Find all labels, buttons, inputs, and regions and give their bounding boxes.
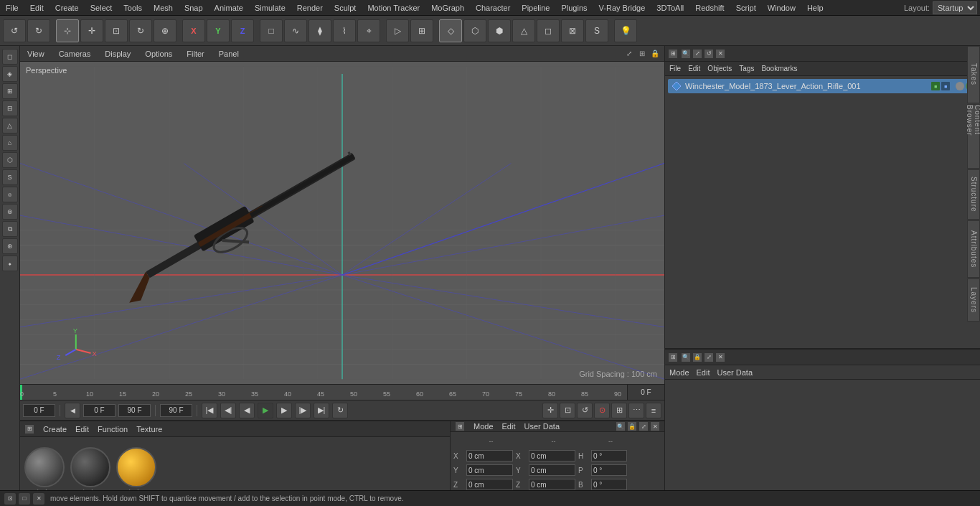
menu-plugins[interactable]: Plugins [555,2,593,14]
material-item-2[interactable]: Winche... [70,447,110,496]
material-item-1[interactable]: Winche... [24,447,65,496]
picture-viewer[interactable]: ⊞ [410,19,433,42]
attr-menu-mode[interactable]: Mode [473,422,494,431]
vp-menu-view[interactable]: View [24,48,47,60]
sidebar-btn-13[interactable]: ⬥ [2,256,18,271]
rotate-key-btn[interactable]: ↺ [577,403,593,418]
sidebar-btn-12[interactable]: ⊛ [2,238,18,254]
axis-z[interactable]: Z [231,19,254,42]
attr-search-icon[interactable]: 🔍 [616,421,626,431]
menu-vray[interactable]: V-Ray Bridge [593,2,651,14]
mat-menu-create[interactable]: Create [43,425,67,434]
poly-mode[interactable]: ⬢ [488,19,511,42]
attr-b-rot[interactable] [591,479,627,490]
sidebar-btn-3[interactable]: ⊞ [2,83,18,99]
vp-icon-config[interactable]: ⊞ [637,49,647,59]
vp-menu-panel[interactable]: Panel [216,48,242,60]
move-key-btn[interactable]: ✛ [542,403,558,418]
table-row[interactable]: Winchester_Model_1873_Lever_Action_Rifle… [668,79,977,93]
edge-mode[interactable]: △ [512,19,535,42]
obj-refresh-icon[interactable]: ↺ [704,49,714,59]
material-ball-3[interactable] [116,447,156,487]
side-tab-layers[interactable]: Layers [967,278,980,322]
status-icon-1[interactable]: ⊡ [4,493,16,505]
menu-mograph[interactable]: MoGraph [425,2,470,14]
attr-expand-icon[interactable]: ⤢ [639,421,649,431]
render-settings[interactable]: 💡 [614,19,637,42]
axis-y[interactable]: Y [207,19,230,42]
sidebar-btn-6[interactable]: ⌂ [2,135,18,151]
obj-menu-objects[interactable]: Objects [707,65,732,72]
object-tool[interactable]: ⧫ [308,19,331,42]
menu-redshift[interactable]: Redshift [689,2,730,14]
vp-menu-filter[interactable]: Filter [184,48,207,60]
spline-tool[interactable]: ∿ [284,19,307,42]
attr-close-icon[interactable]: ✕ [650,421,660,431]
vp-icon-lock[interactable]: 🔒 [650,49,660,59]
create-tool[interactable]: ⊕ [154,19,176,42]
attr-mgr-menu-edit[interactable]: Edit [697,368,710,377]
paint-mode[interactable]: ⬡ [463,19,486,42]
obj-menu-bookmarks[interactable]: Bookmarks [761,65,797,72]
undo-button[interactable]: ↺ [3,19,26,42]
menu-animate[interactable]: Animate [209,2,249,14]
attr-z-size[interactable] [529,479,575,490]
model-mode[interactable]: ◇ [439,19,462,42]
loop-btn[interactable]: ↻ [332,403,348,418]
menu-help[interactable]: Help [801,2,829,14]
menu-script[interactable]: Script [730,2,762,14]
attr-z-pos[interactable] [466,479,513,490]
menu-create[interactable]: Create [50,2,85,14]
attr-menu-userdata[interactable]: User Data [524,422,560,431]
attr-mgr-menu-userdata[interactable]: User Data [717,368,753,377]
sidebar-btn-2[interactable]: ◈ [2,66,18,82]
start-frame-input[interactable] [83,404,116,417]
menu-simulate[interactable]: Simulate [249,2,291,14]
attr-p-rot[interactable] [591,464,627,476]
material-item-3[interactable]: Winche... [116,447,156,496]
next-key-btn[interactable]: |▶ [295,403,311,418]
side-tab-attributes[interactable]: Attributes [967,220,980,278]
menu-motion-tracker[interactable]: Motion Tracker [362,2,425,14]
obj-search-icon[interactable]: 🔍 [681,49,691,59]
mat-menu-edit[interactable]: Edit [75,425,89,434]
attr-manager-icon[interactable]: ⊞ [668,352,678,362]
viewport-canvas[interactable]: X Y Z Perspective Grid Spacing : 100 cm [20,62,664,384]
uv-mode[interactable]: ⊠ [561,19,584,42]
material-panel-icon[interactable]: ⊞ [24,424,34,434]
menu-tools[interactable]: Tools [118,2,148,14]
redo-button[interactable]: ↻ [27,19,50,42]
vp-menu-display[interactable]: Display [102,48,133,60]
obj-menu-file[interactable]: File [669,65,681,72]
scale-tool[interactable]: ⊡ [105,19,128,42]
attr-x-pos[interactable] [466,450,513,462]
end-frame-input2[interactable] [160,404,192,417]
vp-menu-cameras[interactable]: Cameras [56,48,94,60]
mat-menu-function[interactable]: Function [98,425,128,434]
attr-y-pos[interactable] [466,464,513,476]
point-mode[interactable]: ◻ [537,19,560,42]
mat-menu-texture[interactable]: Texture [136,425,162,434]
menu-3dtoall[interactable]: 3DToAll [651,2,689,14]
timeline-btn[interactable]: ≡ [646,403,661,418]
sculpt-mode[interactable]: S [585,19,608,42]
menu-pipeline[interactable]: Pipeline [516,2,555,14]
sidebar-btn-9[interactable]: ⌾ [2,187,18,202]
sidebar-btn-8[interactable]: S [2,169,18,185]
selection-tool[interactable]: ⊹ [56,19,79,42]
attr-h-rot[interactable] [591,450,627,462]
menu-sculpt[interactable]: Sculpt [329,2,362,14]
sidebar-btn-1[interactable]: ◻ [2,49,18,65]
material-ball-1[interactable] [24,447,65,487]
deform-tool[interactable]: ⌇ [333,19,356,42]
sidebar-btn-11[interactable]: ⧉ [2,221,18,237]
next-frame-btn[interactable]: ▶ [276,403,292,418]
current-frame-input[interactable] [23,404,55,417]
attr-x-size[interactable] [529,450,575,462]
render-view[interactable]: ▷ [386,19,409,42]
menu-file[interactable]: File [0,2,24,14]
frame-left-btn[interactable]: ◀ [65,403,80,418]
vp-icon-maximize[interactable]: ⤢ [624,49,634,59]
menu-mesh[interactable]: Mesh [148,2,179,14]
menu-select[interactable]: Select [85,2,118,14]
